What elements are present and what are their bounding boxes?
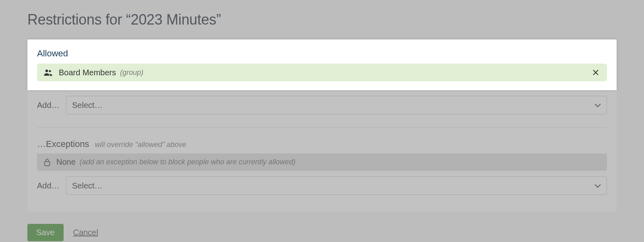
allowed-item-name: Board Members <box>59 68 116 77</box>
svg-point-1 <box>49 70 51 72</box>
exceptions-none-label: None <box>56 157 76 167</box>
exceptions-header: …Exceptions will override “allowed” abov… <box>27 139 617 153</box>
exceptions-add-select[interactable]: Select… <box>66 176 607 195</box>
allowed-section: Allowed Board Members (group) <box>27 39 617 90</box>
group-icon <box>43 69 53 76</box>
allowed-add-label: Add… <box>37 101 66 110</box>
form-actions: Save Cancel <box>27 212 617 241</box>
allowed-label: Allowed <box>37 48 607 59</box>
lock-icon <box>43 158 51 166</box>
allowed-add-row: Add… Select… <box>27 90 617 120</box>
exceptions-none-hint: (add an exception below to block people … <box>80 158 295 166</box>
save-button[interactable]: Save <box>27 224 64 241</box>
exceptions-subtitle: will override “allowed” above <box>95 141 186 149</box>
allowed-add-select[interactable]: Select… <box>66 96 607 114</box>
exceptions-none-row: None (add an exception below to block pe… <box>37 153 607 171</box>
allowed-item-meta: (group) <box>120 68 143 77</box>
page-title: Restrictions for “2023 Minutes” <box>27 11 617 28</box>
exceptions-add-select-placeholder: Select… <box>72 181 103 190</box>
allowed-item: Board Members (group) <box>37 64 607 81</box>
exceptions-title: …Exceptions <box>37 139 89 149</box>
exceptions-add-label: Add… <box>37 181 66 190</box>
svg-rect-4 <box>45 161 50 165</box>
close-icon <box>592 69 599 76</box>
cancel-link[interactable]: Cancel <box>73 228 98 237</box>
section-divider <box>37 127 607 128</box>
svg-point-0 <box>45 70 48 72</box>
remove-allowed-item-button[interactable] <box>591 68 601 77</box>
allowed-add-select-placeholder: Select… <box>72 101 103 110</box>
exceptions-add-row: Add… Select… <box>27 171 617 201</box>
restrictions-panel: Allowed Board Members (group) <box>27 39 617 212</box>
